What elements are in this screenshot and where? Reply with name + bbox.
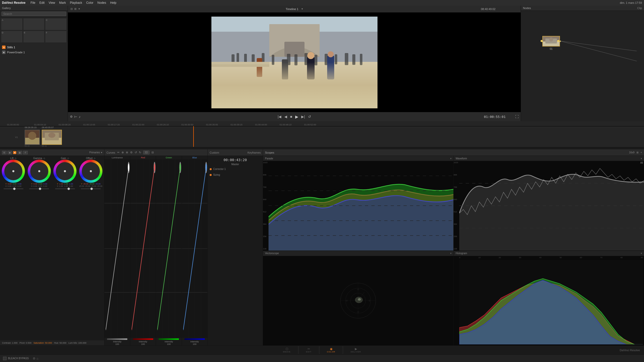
node-01[interactable]: 01	[541, 36, 561, 50]
lift-wheel-svg	[2, 160, 25, 183]
scopes-title: Scopes	[265, 151, 274, 154]
vectorscope-label: Vectorscope	[265, 252, 279, 255]
menu-nodes[interactable]: Nodes	[97, 1, 106, 5]
ruler-mark-4: 01:00:13:05	[83, 123, 95, 126]
nav-color[interactable]: ◉ COLOR	[319, 346, 343, 354]
lift-slider[interactable]	[4, 188, 23, 189]
curve-tool-5[interactable]: ↺	[135, 151, 137, 154]
stop-btn[interactable]: ■	[290, 115, 292, 119]
gallery-item-stills[interactable]: ★ Stills 1	[2, 45, 66, 50]
menu-view[interactable]: View	[49, 1, 55, 5]
parade-content: 1023896768640512384256128	[263, 161, 453, 251]
waveform-all-btn[interactable]: All	[640, 161, 643, 164]
tool-split-btn[interactable]: ⊢	[74, 115, 77, 119]
play-btn[interactable]: ▶	[295, 114, 298, 119]
gallery-title: Gallery	[2, 7, 11, 10]
curve-red-svg	[130, 159, 156, 338]
next-frame-btn[interactable]: ▶|	[301, 115, 305, 119]
scopes-grid: Parade ▾ 1023896768640512384256128	[263, 156, 644, 345]
svg-point-59	[154, 163, 155, 172]
curve-reset-btn[interactable]: ⊟	[151, 151, 154, 154]
gain-values: Y 1.00 1.00 1.00	[57, 183, 73, 185]
home-icon[interactable]: ⌂	[36, 357, 38, 360]
bypass-checkbox[interactable]	[3, 357, 7, 360]
curve-red: Red In	[130, 156, 156, 345]
keyframes-content: 00:00:43:20 Master Corrector 1 Sizing	[208, 156, 263, 179]
curve-tool-3[interactable]: ⊗	[126, 151, 128, 154]
node-01-svg	[543, 36, 559, 46]
prev-frame-btn[interactable]: ◀	[284, 115, 287, 119]
wheels-toolbar: ⊞ ◉ ● ▦ ↺ Primaries ▾	[0, 149, 104, 156]
menu-mark[interactable]: Mark	[59, 1, 66, 5]
nav-edit[interactable]: ✂ EDIT	[298, 346, 319, 354]
red-intensity-fill	[133, 338, 153, 340]
gamma-slider[interactable]	[29, 188, 49, 189]
gain-slider[interactable]	[55, 188, 75, 189]
fullscreen-btn[interactable]: ⛶	[515, 115, 519, 119]
status-bar: BLEACH BYPASS ⚙ ⌂	[0, 354, 644, 362]
curves-header: Curves ✏ ⊕ ⊗ ⚙ ↺ ↻ 3D ⊟	[104, 149, 207, 156]
bypass-label: BLEACH BYPASS	[8, 357, 29, 360]
curve-green-canvas[interactable]	[156, 159, 182, 338]
gain-wheel[interactable]	[53, 160, 77, 183]
nav-deliver[interactable]: ▶ DELIVER	[343, 346, 368, 354]
parade-dropdown[interactable]: ▾	[450, 157, 451, 160]
wheels-mode-active[interactable]: ●	[13, 151, 16, 154]
menu-playback[interactable]: Playback	[70, 1, 82, 5]
svg-point-42	[48, 133, 55, 138]
waveform-dropdown[interactable]: ▾	[641, 157, 642, 160]
node-connections-svg	[521, 11, 644, 121]
curves-area: Luminance	[104, 156, 207, 345]
gallery-item-powergrade[interactable]: ◈ PowerGrade 1	[2, 50, 66, 55]
svg-line-32	[560, 41, 637, 61]
parade-header: Parade ▾	[263, 156, 453, 161]
wheels-tool-4[interactable]: ↺	[23, 151, 28, 154]
svg-rect-4	[211, 62, 377, 108]
menu-color[interactable]: Color	[86, 1, 93, 5]
menu-file[interactable]: File	[30, 1, 35, 5]
offset-slider[interactable]	[81, 188, 101, 189]
wheels-tool-2[interactable]: ◉	[8, 151, 12, 154]
offset-wheel[interactable]	[79, 160, 102, 183]
loop-btn[interactable]: ↺	[308, 115, 311, 119]
gallery-grid: A C D E F	[0, 17, 68, 44]
menu-edit[interactable]: Edit	[40, 1, 45, 5]
scopes-add-btn[interactable]: +	[640, 151, 642, 154]
wheels-tool-1[interactable]: ⊞	[2, 151, 7, 154]
video-header: ⊟ ⊞ ✦ Timeline 1 ▾ 08:40:49:02	[68, 6, 521, 13]
curve-lum-canvas[interactable]	[104, 159, 130, 338]
video-controls: ⚙ ⊢ ♪ |◀ ◀ ■ ▶ ▶| ↺ 01:00:55:01 ⛶	[68, 112, 521, 121]
lift-wheel[interactable]	[2, 160, 25, 183]
clip-2-label: 02 v1	[42, 145, 62, 147]
settings-icon[interactable]: ⚙	[33, 357, 35, 360]
tool-audio-btn[interactable]: ♪	[79, 115, 81, 119]
curve-blue-canvas[interactable]	[182, 159, 208, 338]
gamma-r: 0.00	[33, 183, 37, 185]
curve-tool-1[interactable]: ✏	[117, 151, 120, 154]
gain-slider-thumb	[67, 188, 70, 190]
curve-tool-6[interactable]: ↻	[139, 151, 141, 154]
histogram-header: Histogram ▾	[454, 251, 644, 256]
nav-media[interactable]: ⬡ MEDIA	[275, 346, 298, 354]
curve-tool-4[interactable]: ⚙	[130, 151, 133, 154]
wheels-tool-3[interactable]: ▦	[17, 151, 22, 154]
tool-select-btn[interactable]: ⚙	[70, 115, 73, 118]
settings-icons: ⚙ ⌂	[33, 357, 38, 360]
go-to-start-btn[interactable]: |◀	[278, 115, 281, 119]
menu-help[interactable]: Help	[110, 1, 117, 5]
curve-3d-btn[interactable]: 3D	[143, 151, 149, 154]
ruler-mark-6: 01:00:22:00	[132, 123, 144, 126]
blue-intensity-value: 100	[193, 343, 197, 345]
curve-tool-2[interactable]: ⊕	[122, 151, 124, 154]
waveform-content: 1023896768640512384256128	[454, 161, 644, 251]
ruler-mark-9: 01:00:35:05	[206, 123, 218, 126]
gallery-search-input[interactable]	[2, 12, 66, 16]
vectorscope-dropdown[interactable]: ▾	[450, 252, 451, 255]
app-name-right: DaVinci Resolve	[620, 349, 640, 352]
gamma-values: Y 0.00 0.00 0.00	[31, 183, 47, 185]
histogram-dropdown[interactable]: ▾	[641, 252, 642, 255]
scopes-options-btn[interactable]: ⊞	[636, 151, 638, 154]
gamma-wheel[interactable]	[28, 160, 51, 183]
curve-red-canvas[interactable]	[130, 159, 156, 338]
parade-waveform	[269, 161, 453, 251]
